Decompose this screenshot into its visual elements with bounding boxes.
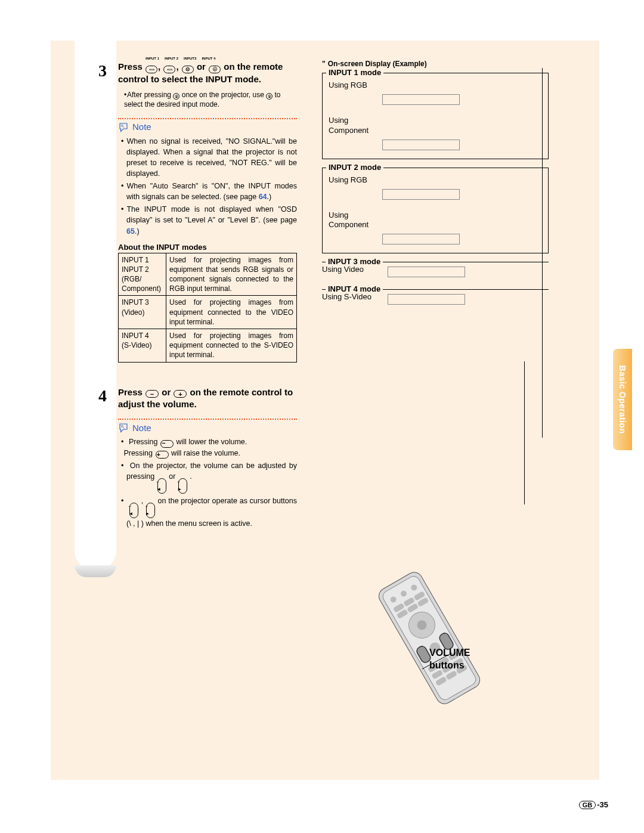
osd-text: Using Component — [329, 210, 542, 231]
step-4-heading: Press − or + on the remote control to ad… — [118, 386, 297, 411]
note-item: Pressing − will lower the volume. •Press… — [126, 436, 297, 459]
legend: INPUT 1 mode — [326, 68, 383, 77]
svg-point-1 — [121, 425, 123, 427]
callout-line — [524, 361, 525, 504]
input-modes-table: INPUT 1 INPUT 2 (RGB/ Component)Used for… — [118, 253, 297, 363]
note-item: When "Auto Search" is "ON", the INPUT mo… — [126, 181, 297, 202]
osd-text: Using RGB — [329, 175, 542, 185]
step-4-number: 4 — [98, 386, 107, 405]
osd-placeholder — [388, 267, 465, 277]
rocker-minus-icon: −◄ — [157, 478, 166, 494]
osd-input1: INPUT 1 mode Using RGB Using Component — [322, 73, 549, 159]
osd-placeholder — [382, 140, 460, 150]
input2-icon — [163, 66, 175, 73]
note-item: When no signal is received, "NO SIGNAL."… — [126, 136, 297, 179]
page-number: GB-35 — [579, 800, 608, 809]
osd-text: Using Component — [329, 116, 542, 136]
legend: INPUT 3 mode — [326, 257, 383, 266]
projector-input-icon: ⦿ — [266, 93, 273, 100]
volume-buttons-label: VOLUME buttons — [429, 647, 470, 672]
note-heading: Note — [118, 422, 297, 433]
step-3-heading: Press , , or on the remote control to se… — [118, 61, 297, 85]
label-input4: INPUT 4 — [202, 57, 215, 60]
step-4: 4 Press − or + on the remote control to … — [118, 386, 297, 529]
note-item: The INPUT mode is not displayed when "OS… — [126, 204, 297, 236]
input4-icon — [209, 66, 221, 73]
osd-placeholder — [382, 189, 460, 200]
osd-input4: INPUT 4 mode Using S-Video — [322, 289, 549, 305]
projector-input-icon: ⦿ — [173, 93, 179, 100]
note-heading: Note — [118, 122, 297, 132]
right-column: On-screen Display (Example) INPUT 1 mode… — [322, 60, 549, 313]
legend: INPUT 2 mode — [326, 163, 383, 172]
label-input2: INPUT 2 — [165, 57, 178, 60]
note-item: On the projector, the volume can be adju… — [126, 460, 297, 494]
callout-line — [542, 68, 543, 438]
note-item: −◄ , +► on the projector operate as curs… — [126, 496, 297, 529]
table-row: INPUT 3 (Video)Used for projecting image… — [119, 296, 297, 329]
volume-minus-icon: − — [160, 440, 174, 448]
input1-icon — [145, 66, 157, 73]
table-row: INPUT 4 (S-Video)Used for projecting ima… — [119, 329, 297, 362]
input-button-labels: INPUT 1 INPUT 2 INPUT3 INPUT 4 — [145, 57, 297, 60]
svg-point-0 — [121, 125, 123, 126]
volume-minus-icon: − — [145, 390, 159, 398]
legend: INPUT 4 mode — [326, 284, 383, 293]
step-gutter — [75, 41, 116, 571]
step-4-notes: Pressing − will lower the volume. •Press… — [118, 436, 297, 529]
left-column: 3 INPUT 1 INPUT 2 INPUT3 INPUT 4 Press ,… — [118, 57, 297, 531]
note-icon — [118, 422, 129, 433]
volume-plus-icon: + — [174, 390, 187, 398]
separator — [118, 419, 297, 420]
page-ref: 65 — [126, 227, 135, 236]
input3-icon — [182, 66, 194, 73]
rocker-minus-icon: −◄ — [129, 503, 138, 518]
table-title: About the INPUT modes — [118, 243, 297, 252]
label-input1: INPUT 1 — [145, 57, 159, 60]
step-3: 3 INPUT 1 INPUT 2 INPUT3 INPUT 4 Press ,… — [118, 57, 297, 363]
remote-figure — [352, 566, 507, 712]
step-3-sub: After pressing ⦿ once on the projector, … — [118, 90, 297, 110]
note-label: Note — [132, 122, 151, 132]
table-row: INPUT 1 INPUT 2 (RGB/ Component)Used for… — [119, 253, 297, 296]
osd-placeholder — [388, 294, 465, 305]
rocker-plus-icon: +► — [178, 478, 187, 494]
label-input3: INPUT3 — [184, 57, 196, 60]
region-badge: GB — [579, 801, 596, 809]
remote-control-icon — [352, 566, 507, 710]
osd-placeholder — [382, 94, 460, 105]
osd-placeholder — [382, 234, 460, 244]
step-3-notes: When no signal is received, "NO SIGNAL."… — [118, 136, 297, 237]
page-ref: 64 — [259, 193, 267, 201]
separator — [118, 118, 297, 119]
osd-input2: INPUT 2 mode Using RGB Using Component — [322, 168, 549, 254]
rocker-plus-icon: +► — [146, 503, 155, 518]
note-label: Note — [132, 423, 151, 433]
step-3-number: 3 — [98, 61, 107, 80]
volume-plus-icon: + — [156, 451, 169, 459]
note-icon — [118, 122, 129, 132]
osd-input3: INPUT 3 mode Using Video — [322, 262, 549, 277]
section-tab-label: Basic Operation — [618, 366, 627, 434]
osd-text: Using RGB — [329, 80, 542, 91]
osd-title: On-screen Display (Example) — [322, 60, 549, 68]
section-tab: Basic Operation — [613, 349, 632, 450]
